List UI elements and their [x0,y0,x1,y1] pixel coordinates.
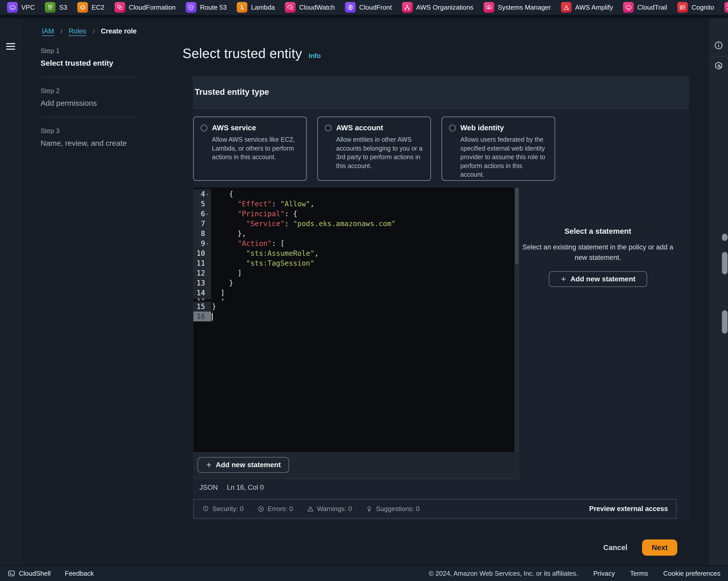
editor-scrollbar [515,188,519,452]
ec2-icon [77,2,88,13]
line-number: 15▾ [193,302,211,312]
footer-link-terms[interactable]: Terms [630,570,648,577]
shortcut-cloudformation[interactable]: CloudFormation [114,2,176,13]
editor-line-12: 12▾] [193,268,515,278]
line-content: "Action": [ [211,239,515,248]
step-item-2[interactable]: Step 2Add permissions [41,87,138,107]
json-policy-editor[interactable]: 4▾{5▾"Effect": "Allow",6▾"Principal": {7… [193,188,519,452]
shortcut-label: CloudFormation [129,4,176,11]
section-title: Trusted entity type [195,87,269,97]
feedback-button[interactable]: Feedback [65,570,94,577]
shortcut-cloudfront[interactable]: CloudFront [345,2,392,13]
footer-link-cookie-preferences[interactable]: Cookie preferences [664,570,720,577]
amazon-q-icon[interactable] [714,61,723,71]
shortcut-label: AWS Amplify [575,4,613,11]
line-content: ] [211,268,515,278]
page-title: Select trusted entity [183,46,302,61]
line-number: 17▾ [193,298,211,299]
shortcut-s3[interactable]: S3 [45,2,67,13]
fold-arrow-icon[interactable]: ▾ [205,209,210,219]
step-number: Step 1 [41,47,138,55]
panel-header: Trusted entity type [193,76,689,108]
molecule-icon [724,2,728,13]
shortcut-cognito[interactable]: Cognito [677,2,714,13]
add-new-statement-button[interactable]: Add new statement [198,457,289,473]
info-link[interactable]: Info [309,52,321,60]
shortcuts-bar: VPCS3EC2CloudFormation53Route 53LambdaCl… [0,0,728,15]
shortcut-ec2[interactable]: EC2 [77,2,104,13]
line-number: 8▾ [193,229,211,239]
suggestions-icon [366,505,373,512]
cancel-button[interactable]: Cancel [603,544,627,552]
shortcut-label: VPC [21,4,35,11]
status-suggestions-0: Suggestions: 0 [366,505,419,513]
radio-button[interactable] [201,125,207,131]
scrollbar-segment[interactable] [722,252,727,274]
cloudshell-button[interactable]: CloudShell [8,570,51,577]
breadcrumb-item-iam[interactable]: IAM [42,27,54,35]
shortcut-aws-organizations[interactable]: AWS Organizations [402,2,473,13]
step-item-3[interactable]: Step 3Name, review, and create [41,127,138,148]
preview-external-access-link[interactable]: Preview external access [589,505,668,513]
footer-link-privacy[interactable]: Privacy [593,570,615,577]
editor-status-line: JSON Ln 16, Col 0 [193,479,519,496]
trusted-entity-card-web-identity[interactable]: Web identityAllows users federated by th… [442,116,555,181]
steps-nav: Step 1Select trusted entityStep 2Add per… [41,47,138,148]
fold-arrow-icon[interactable]: ▾ [205,239,210,249]
add-new-statement-button-side[interactable]: Add new statement [549,271,647,287]
line-content: }, [211,229,515,239]
shortcut-lambda[interactable]: Lambda [237,2,275,13]
line-number: 5▾ [193,199,211,209]
line-content: } [211,302,515,312]
trusted-entity-card-aws-service[interactable]: AWS serviceAllow AWS services like EC2, … [193,116,307,181]
line-content: } [211,278,515,288]
next-button[interactable]: Next [642,539,677,556]
shortcut-cloudwatch[interactable]: CloudWatch [285,2,335,13]
line-content: "sts:AssumeRole", [211,248,515,258]
line-number: 6▾ [193,209,211,219]
panel-body: AWS serviceAllow AWS services like EC2, … [193,108,689,521]
card-description: Allow entities in other AWS accounts bel… [325,135,423,170]
shortcut-label: CloudWatch [299,4,335,11]
radio-button[interactable] [449,125,456,131]
line-number: 7▾ [193,219,211,229]
radio-button[interactable] [325,125,332,131]
shortcut-cloudtrail[interactable]: CloudTrail [623,2,667,13]
step-item-1[interactable]: Step 1Select trusted entity [41,47,138,68]
editor-line-8: 8▾}, [193,229,515,239]
line-content: "sts:TagSession" [211,258,515,268]
info-icon[interactable] [714,41,723,50]
shortcut-systems-manager[interactable]: Systems Manager [484,2,551,13]
shortcut-label: Route 53 [200,4,227,11]
right-tool-strip [708,18,728,565]
shortcut-label: CloudFront [359,4,392,11]
trusted-entity-card-aws-account[interactable]: AWS accountAllow entities in other AWS a… [317,116,431,181]
scrollbar-segment[interactable] [722,234,727,241]
shortcut-label: EC2 [92,4,104,11]
shortcut-route-53[interactable]: 53Route 53 [186,2,227,13]
editor-line-10: 10▾"sts:AssumeRole", [193,248,515,258]
editor-line-5: 5▾"Effect": "Allow", [193,199,515,209]
shortcut-aws-amplify[interactable]: AWS Amplify [561,2,613,13]
shortcut-am[interactable]: Am [724,2,728,13]
hamburger-menu-icon[interactable] [6,43,15,51]
route53-icon: 53 [186,2,197,13]
cloudtrail-icon [623,2,634,13]
scrollbar-segment[interactable] [722,310,727,334]
editor-scrollbar-thumb[interactable] [515,188,519,265]
topbar-divider [0,15,728,18]
breadcrumb-item-roles[interactable]: Roles [69,27,86,35]
breadcrumb-chevron-icon [91,29,96,34]
editor-line-16: 16▾ [193,312,515,321]
shortcut-vpc[interactable]: VPC [7,2,35,13]
lambda-icon [237,2,248,13]
line-content: "Effect": "Allow", [211,199,515,209]
shortcut-label: AWS Organizations [416,4,473,11]
editor-footer-strip: Add new statement [193,452,519,479]
fold-arrow-icon[interactable]: ▾ [205,190,210,200]
trusted-entity-panel: Trusted entity type AWS serviceAllow AWS… [193,76,689,521]
copyright-text: © 2024, Amazon Web Services, Inc. or its… [428,570,578,577]
line-content: "Service": "pods.eks.amazonaws.com" [211,219,515,229]
step-number: Step 3 [41,127,138,135]
step-divider [41,77,138,77]
